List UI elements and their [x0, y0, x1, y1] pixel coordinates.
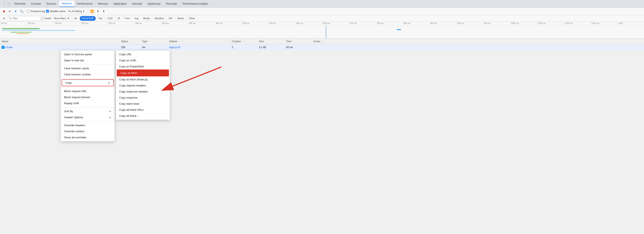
row-initiator-link[interactable]: login.js:32	[169, 46, 180, 49]
preserve-log-checkbox[interactable]: Preserve log	[27, 10, 45, 13]
submenu-arrow-icon: ▶	[108, 82, 110, 84]
upload-icon[interactable]: ⬆	[96, 9, 100, 14]
submenu-item-copy_all_urls[interactable]: Copy all listed URLs	[116, 107, 170, 113]
submenu-item-copy_url[interactable]: Copy URL	[116, 51, 170, 57]
submenu-item-copy_powershell[interactable]: Copy as PowerShell	[116, 63, 170, 69]
tab-bar: ⋮ ⬚ ElementsConsoleSourcesNetworkPerform…	[0, 0, 644, 8]
submenu-item-copy_curl[interactable]: Copy as cURL	[116, 57, 170, 63]
invert-checkbox[interactable]: Invert	[41, 17, 51, 20]
tab-recorder[interactable]: Recorder	[164, 1, 180, 7]
timeline-tick: 50 ms	[0, 22, 27, 26]
filter-input-wrap: 🔍	[7, 16, 40, 21]
clear-icon[interactable]: ⊘	[8, 9, 12, 14]
tab-lighthouse[interactable]: Lighthouse	[145, 1, 163, 7]
filter-tag-media[interactable]: Media	[141, 16, 152, 21]
disable-cache-checkbox[interactable]: Disable cache	[46, 10, 65, 13]
tab-elements[interactable]: Elements	[12, 1, 28, 7]
timeline-tick: 950 ms	[483, 22, 510, 26]
submenu-item-copy_fetch_node[interactable]: Copy as fetch (Node.js)	[116, 76, 170, 82]
filter-tag-css[interactable]: CSS	[106, 16, 115, 21]
menu-item-copy[interactable]: Copy▶	[62, 79, 114, 86]
menu-item-label-override_content: Override content	[64, 130, 84, 133]
col-header-status[interactable]: Status	[121, 40, 142, 43]
timeline-tick: 900 ms	[456, 22, 483, 26]
throttle-label: No throttling	[68, 10, 82, 13]
timeline-tick: 700 ms	[349, 22, 376, 26]
menu-item-override_headers[interactable]: Override headers	[61, 122, 115, 128]
col-header-initiator[interactable]: Initiator	[169, 40, 232, 43]
inspect-icon[interactable]: ⬚	[7, 2, 11, 6]
search-icon[interactable]: 🔍	[19, 9, 24, 14]
table-row[interactable]: V vCode 200 xhr login.js:32 2 3.1 kB 93 …	[0, 44, 644, 50]
preserve-log-input[interactable]	[27, 10, 30, 13]
filter-tag-ws[interactable]: WS	[167, 16, 174, 21]
invert-input[interactable]	[41, 17, 44, 20]
filter-tag-js[interactable]: JS	[115, 16, 122, 21]
record-stop-icon[interactable]: ⏺	[2, 9, 6, 14]
submenu-item-copy_fetch[interactable]: Copy as fetch	[117, 69, 169, 76]
menu-item-block_domain[interactable]: Block request domain	[61, 94, 115, 100]
menu-item-clear_cache[interactable]: Clear browser cache	[61, 65, 115, 71]
col-header-cookies[interactable]: Cookies	[232, 40, 259, 43]
tab-memory[interactable]: Memory	[96, 1, 110, 7]
filter-tag-font[interactable]: Font	[123, 16, 132, 21]
filter-icon[interactable]: ▼	[13, 9, 18, 14]
timeline-tick: 750 ms	[376, 22, 402, 26]
wifi-icon[interactable]: 📶	[90, 9, 94, 14]
timeline-tick: 200 ms	[80, 22, 108, 26]
tab-application[interactable]: Application	[111, 1, 129, 7]
menu-item-show_all_overrides[interactable]: Show all overrides	[61, 134, 115, 141]
submenu-item-copy_response[interactable]: Copy response	[116, 95, 170, 101]
filter-tag-fetch_xhr[interactable]: Fetch/XHR	[80, 16, 96, 21]
tab-performance[interactable]: Performance	[74, 1, 95, 7]
filter-input[interactable]	[12, 17, 40, 20]
col-header-content[interactable]: Conte...	[313, 40, 644, 43]
tab-sources[interactable]: Sources	[44, 1, 59, 7]
timeline[interactable]: 50 ms100 ms150 ms200 ms250 ms300 ms350 m…	[0, 22, 644, 39]
context-menu: Open in Sources panelOpen in new tabClea…	[60, 50, 115, 142]
tab-network[interactable]: Network	[59, 1, 74, 7]
tab-performance_insights[interactable]: Performance insights	[180, 1, 210, 7]
menu-item-header_options[interactable]: Header Options▶	[61, 114, 115, 120]
download-icon[interactable]: ⬇	[102, 9, 106, 14]
menu-item-label-replay_xhr: Replay XHR	[64, 102, 79, 105]
more-filters-arrow: ▼	[67, 17, 70, 20]
submenu-item-copy_stack_trace[interactable]: Copy stack trace	[116, 101, 170, 107]
col-header-time[interactable]: Time	[286, 40, 313, 43]
col-header-type[interactable]: Type	[142, 40, 169, 43]
menu-item-clear_cookies[interactable]: Clear browser cookies	[61, 71, 115, 77]
timeline-tick: 850 ms	[429, 22, 456, 26]
col-header-name[interactable]: Name	[0, 40, 121, 43]
submenu-item-copy_req_headers[interactable]: Copy request headers	[116, 82, 170, 88]
devtools-menu-icon[interactable]: ⋮	[2, 2, 6, 6]
filter-tag-other[interactable]: Other	[187, 16, 197, 21]
filter-tag-doc[interactable]: Doc	[96, 16, 104, 21]
more-filters-btn[interactable]: More filters ▼	[52, 16, 72, 21]
menu-item-open_sources[interactable]: Open in Sources panel	[61, 51, 115, 57]
menu-item-override_content[interactable]: Override content	[61, 128, 115, 134]
timeline-tick: 650 ms	[322, 22, 349, 26]
submenu-item-copy_all_listed[interactable]: Copy all listed...	[116, 113, 170, 119]
filter-toggle-icon[interactable]: ▼	[2, 16, 6, 21]
menu-item-sort_by[interactable]: Sort By▶	[61, 108, 115, 114]
menu-separator	[61, 78, 115, 78]
timeline-tick: 1150 ms	[590, 22, 617, 26]
menu-item-open_new_tab[interactable]: Open in new tab	[61, 57, 115, 63]
timeline-tick: 350 ms	[161, 22, 188, 26]
menu-item-label-clear_cache: Clear browser cache	[64, 67, 89, 70]
menu-item-block_url[interactable]: Block request URL	[61, 88, 115, 94]
filter-tag-wasm[interactable]: Wasm	[176, 16, 186, 21]
tab-security[interactable]: Security	[130, 1, 144, 7]
filter-tag-img[interactable]: Img	[132, 16, 140, 21]
timeline-tick: 1050 ms	[537, 22, 564, 26]
col-header-size[interactable]: Size	[259, 40, 286, 43]
filter-tag-all[interactable]: All	[72, 16, 79, 21]
disable-cache-input[interactable]	[46, 10, 49, 13]
filter-tag-manifest[interactable]: Manifest	[153, 16, 166, 21]
throttle-dropdown[interactable]: No throttling ▼	[67, 9, 86, 13]
submenu-item-copy_res_headers[interactable]: Copy response headers	[116, 88, 170, 95]
menu-item-replay_xhr[interactable]: Replay XHR	[61, 100, 115, 106]
vscode-icon: V	[2, 46, 4, 49]
tab-console[interactable]: Console	[28, 1, 44, 7]
submenu-arrow-icon: ▶	[110, 110, 111, 112]
